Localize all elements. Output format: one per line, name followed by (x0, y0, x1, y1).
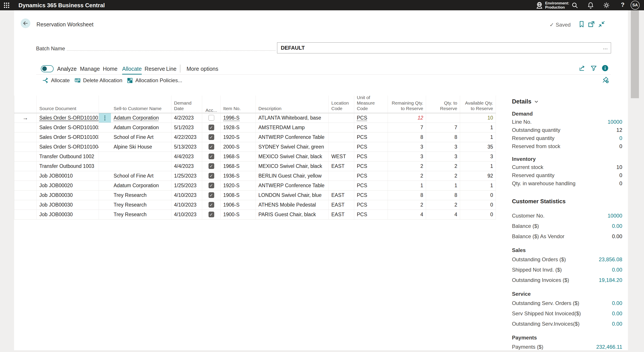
batch-lookup-button[interactable]: ... (603, 43, 608, 52)
cell-demand_date[interactable]: 4/22/2023 (172, 132, 202, 142)
cell-source[interactable]: Job JOB00030 (37, 200, 99, 210)
cell-available[interactable]: 10 (460, 113, 496, 123)
cell-qty_to_reserve[interactable]: 2 (426, 200, 460, 210)
accept-checkbox[interactable]: ✓ (208, 182, 214, 188)
vertical-scrollbar[interactable] (631, 10, 639, 98)
batch-name-input[interactable]: DEFAULT ... (277, 42, 611, 54)
column-header[interactable]: Acc... (202, 96, 220, 113)
cell-uom[interactable]: PCS (354, 200, 388, 210)
info-icon[interactable] (602, 64, 609, 72)
cell-qty_to_reserve[interactable]: 8 (426, 190, 460, 200)
cell-description[interactable]: PARIS Guest Chair, black (256, 210, 329, 220)
column-header[interactable]: Demand Date (172, 96, 202, 113)
column-header[interactable]: Unit of Measure Code (354, 96, 388, 113)
row-actions-button[interactable]: ⋮ (99, 113, 111, 122)
cell-qty_to_reserve[interactable] (426, 113, 460, 123)
app-title[interactable]: Dynamics 365 Business Central (18, 2, 105, 9)
column-header[interactable]: Location Code (329, 96, 354, 113)
cell-uom[interactable]: PCS (354, 132, 388, 142)
accept-checkbox[interactable]: ✓ (208, 202, 214, 208)
cell-source[interactable]: Job JOB00030 (37, 190, 99, 200)
allocate-button[interactable]: Allocate (42, 77, 70, 84)
cell-available[interactable]: 1 (460, 123, 496, 132)
cell-qty_to_reserve[interactable]: 3 (426, 152, 460, 162)
cell-marker[interactable] (14, 190, 37, 200)
more-options-button[interactable]: More options (186, 66, 218, 72)
cell-location[interactable] (329, 181, 354, 190)
cell-qty_to_reserve[interactable]: 7 (426, 123, 460, 132)
cell-marker[interactable] (14, 123, 37, 132)
cell-remaining[interactable]: 7 (388, 123, 426, 132)
column-header[interactable]: Item No. (220, 96, 256, 113)
unpin-icon[interactable] (602, 76, 609, 83)
cell-accept[interactable]: ✓ (202, 181, 220, 190)
details-header[interactable]: Details (512, 98, 622, 105)
accept-checkbox[interactable]: ✓ (208, 134, 214, 140)
cell-marker[interactable] (14, 181, 37, 190)
delete-allocation-button[interactable]: Delete Allocation (74, 77, 122, 84)
tab-home[interactable]: Home (103, 66, 118, 74)
cell-location[interactable] (329, 171, 354, 181)
cell-uom[interactable]: PCS (354, 190, 388, 200)
cell-source[interactable]: Job JOB00010 (37, 171, 99, 181)
cell-description[interactable]: AMSTERDAM Lamp (256, 123, 329, 132)
cell-accept[interactable]: ✓ (202, 152, 220, 162)
cell-accept[interactable]: ✓ (202, 210, 220, 220)
cell-uom[interactable]: PCS (354, 142, 388, 152)
cell-source[interactable]: Sales Order S-ORD101001 (37, 113, 99, 123)
cell-source[interactable]: Sales Order S-ORD101004 (37, 142, 99, 152)
cell-demand_date[interactable]: 4/2/2023 (172, 113, 202, 123)
cell-location[interactable] (329, 132, 354, 142)
cell-available[interactable]: 0 (460, 210, 496, 220)
cell-source[interactable]: Transfer Outbound 1003 (37, 162, 99, 171)
collapse-page-icon[interactable] (598, 20, 605, 28)
cell-dots[interactable] (99, 132, 111, 142)
field-value[interactable]: 10000 (608, 210, 622, 221)
cell-accept[interactable] (202, 113, 220, 123)
cell-source[interactable]: Transfer Outbound 1002 (37, 152, 99, 162)
open-in-new-window-icon[interactable] (588, 20, 595, 28)
column-header[interactable]: Sell-to Customer Name (111, 96, 172, 113)
analyze-toggle[interactable] (41, 65, 54, 72)
cell-available[interactable]: 35 (460, 142, 496, 152)
cell-accept[interactable]: ✓ (202, 200, 220, 210)
cell-available[interactable]: 1 (460, 181, 496, 190)
field-value[interactable]: 23,856.08 (599, 254, 622, 264)
cell-qty_to_reserve[interactable]: 4 (426, 210, 460, 220)
cell-item_no[interactable]: 2000-S (220, 142, 256, 152)
cell-description[interactable]: ANTWERP Conference Table (256, 132, 329, 142)
cell-marker[interactable] (14, 210, 37, 220)
column-header[interactable]: Remaining Qty. to Reserve (388, 96, 426, 113)
column-header[interactable] (14, 96, 37, 113)
cell-remaining[interactable]: 8 (388, 132, 426, 142)
search-icon[interactable] (571, 2, 578, 9)
cell-demand_date[interactable]: 5/1/2023 (172, 123, 202, 132)
cell-description[interactable]: ATLANTA Whiteboard, base (256, 113, 329, 123)
accept-checkbox[interactable]: ✓ (208, 124, 214, 130)
cell-marker[interactable] (14, 200, 37, 210)
cell-customer[interactable]: Trey Research (111, 200, 172, 210)
cell-demand_date[interactable]: 4/10/2023 (172, 200, 202, 210)
cell-remaining[interactable]: 2 (388, 162, 426, 171)
cell-item_no[interactable]: 1996-S (220, 113, 256, 123)
settings-gear-icon[interactable] (603, 2, 610, 9)
cell-qty_to_reserve[interactable]: 8 (426, 132, 460, 142)
bookmark-icon[interactable] (578, 20, 585, 28)
accept-checkbox[interactable]: ✓ (208, 173, 214, 179)
accept-checkbox[interactable]: ✓ (208, 163, 214, 169)
cell-remaining[interactable]: 3 (388, 152, 426, 162)
cell-dots[interactable] (99, 142, 111, 152)
share-icon[interactable] (579, 64, 586, 72)
cell-demand_date[interactable]: 4/10/2023 (172, 210, 202, 220)
cell-description[interactable]: ATHENS Mobile Pedestal (256, 200, 329, 210)
cell-item_no[interactable]: 1936-S (220, 171, 256, 181)
cell-customer[interactable]: Alpine Ski House (111, 142, 172, 152)
cell-demand_date[interactable]: 5/13/2023 (172, 142, 202, 152)
field-value[interactable]: 0.00 (612, 318, 622, 329)
cell-location[interactable]: EAST (329, 200, 354, 210)
cell-item_no[interactable]: 1908-S (220, 190, 256, 200)
cell-marker[interactable] (14, 152, 37, 162)
field-value[interactable]: 0.00 (612, 221, 622, 231)
cell-available[interactable]: 1 (460, 132, 496, 142)
cell-location[interactable]: EAST (329, 210, 354, 220)
